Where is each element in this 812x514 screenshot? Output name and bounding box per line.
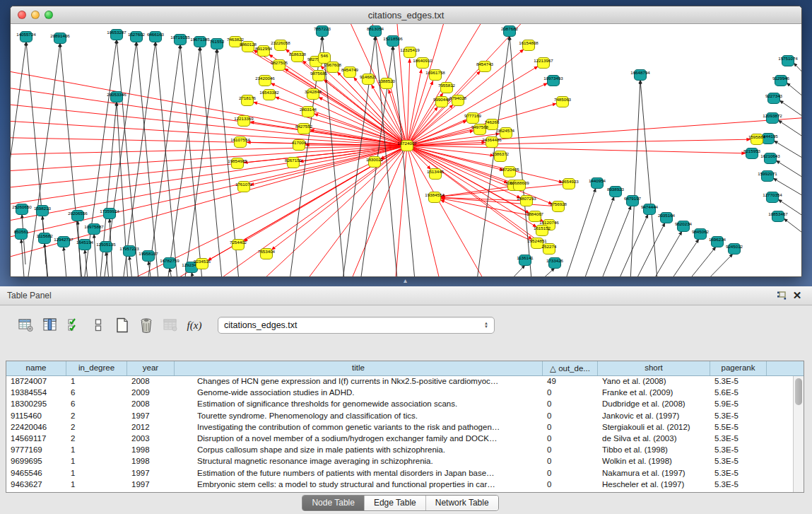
table-row[interactable]: 911546021997Tourette syndrome. Phenomeno… bbox=[6, 411, 804, 422]
close-window-icon[interactable] bbox=[18, 11, 26, 19]
select-columns-button[interactable] bbox=[64, 315, 85, 335]
graph-node[interactable]: 9474444 bbox=[641, 204, 659, 215]
graph-node[interactable]: 1136141 bbox=[517, 255, 534, 266]
citation-edge[interactable] bbox=[161, 47, 200, 276]
column-header-out_de[interactable]: △ out_de... bbox=[543, 361, 598, 375]
graph-node[interactable]: 16154808 bbox=[519, 40, 539, 51]
graph-node[interactable]: 1733426 bbox=[546, 258, 564, 269]
citation-edge[interactable] bbox=[599, 206, 631, 276]
graph-node[interactable]: 8267150 bbox=[285, 158, 302, 168]
graph-node[interactable]: 19671385 bbox=[190, 37, 210, 47]
citation-edge[interactable] bbox=[582, 197, 614, 276]
graph-node[interactable]: 1696234 bbox=[709, 237, 726, 247]
graph-node[interactable]: 8427552 bbox=[295, 124, 313, 134]
graph-node[interactable]: 252274 bbox=[542, 244, 557, 255]
network-window-titlebar[interactable]: citations_edges.txt bbox=[11, 6, 801, 24]
graph-node[interactable]: 9227343 bbox=[765, 93, 783, 104]
graph-node[interactable]: 1645194 bbox=[76, 240, 94, 250]
citation-edge[interactable] bbox=[630, 80, 640, 276]
graph-node[interactable]: 16782759 bbox=[160, 258, 180, 269]
panel-splitter-handle[interactable]: ▴ bbox=[404, 277, 407, 284]
citation-edge[interactable] bbox=[640, 80, 659, 276]
graph-node[interactable]: 6479197 bbox=[624, 196, 642, 206]
graph-node[interactable]: 16961758 bbox=[425, 70, 445, 81]
citation-edge[interactable] bbox=[393, 46, 418, 276]
table-row[interactable]: 946554611997Estimation of the future num… bbox=[6, 468, 804, 479]
table-row[interactable]: 969969511998Structural magnetic resonanc… bbox=[6, 456, 804, 467]
graph-node[interactable]: 23420046 bbox=[255, 76, 275, 86]
citation-edge[interactable] bbox=[779, 100, 801, 128]
graph-node[interactable]: 10719155 bbox=[170, 35, 190, 45]
graph-node[interactable]: 17359924 bbox=[100, 209, 119, 219]
citation-edge[interactable] bbox=[616, 214, 648, 276]
graph-node[interactable]: 7485063 bbox=[554, 97, 572, 107]
citation-edge[interactable] bbox=[700, 254, 733, 276]
graph-node[interactable]: 8912954 bbox=[255, 46, 273, 57]
graph-node[interactable]: 7857223 bbox=[314, 26, 331, 37]
citation-edge[interactable] bbox=[683, 247, 716, 276]
graph-node[interactable]: 8813054 bbox=[367, 26, 384, 37]
graph-node[interactable]: 417004 bbox=[292, 140, 307, 151]
minimize-window-icon[interactable] bbox=[31, 11, 40, 19]
graph-node[interactable]: 2718176 bbox=[239, 95, 257, 106]
merge-rows-button[interactable] bbox=[88, 315, 109, 335]
graph-node[interactable]: 2935164 bbox=[658, 213, 676, 223]
graph-node[interactable]: 1115682 bbox=[36, 233, 53, 244]
citation-edge[interactable] bbox=[776, 160, 801, 188]
network-table-selector[interactable]: citations_edges.txt ▲▼ bbox=[218, 317, 495, 334]
graph-node[interactable]: 9245012 bbox=[726, 244, 743, 255]
graph-node[interactable]: 16648794 bbox=[630, 70, 650, 81]
column-header-short[interactable]: short bbox=[598, 361, 710, 375]
citation-edge[interactable] bbox=[11, 146, 407, 208]
graph-node[interactable]: 7955812 bbox=[438, 83, 456, 93]
zoom-window-icon[interactable] bbox=[45, 11, 53, 19]
graph-node[interactable]: 10853467 bbox=[768, 211, 788, 222]
graph-node[interactable]: 8938923 bbox=[607, 187, 625, 197]
table-vertical-scrollbar[interactable] bbox=[793, 376, 804, 492]
citation-edge[interactable] bbox=[666, 239, 699, 276]
citation-edge[interactable] bbox=[534, 268, 555, 276]
network-view-window[interactable]: citations_edges.txt 18724007140557242089… bbox=[10, 6, 802, 277]
graph-node[interactable]: 19854985 bbox=[228, 158, 247, 169]
graph-node[interactable]: 16210643 bbox=[760, 153, 780, 164]
column-header-title[interactable]: title bbox=[175, 361, 543, 375]
citation-edge[interactable] bbox=[155, 42, 180, 276]
citation-edge[interactable] bbox=[778, 120, 801, 148]
citation-edge[interactable] bbox=[11, 146, 407, 264]
table-row[interactable]: 977716911998Corpus callosum shape and si… bbox=[6, 445, 804, 456]
citation-edge[interactable] bbox=[784, 218, 801, 246]
graph-node[interactable]: 761552 bbox=[210, 39, 225, 49]
graph-node[interactable]: 9129946 bbox=[772, 76, 790, 86]
graph-node[interactable]: 9234516 bbox=[194, 259, 211, 269]
citation-edge[interactable] bbox=[64, 247, 67, 276]
graph-node[interactable]: 9845062 bbox=[692, 229, 710, 240]
table-row[interactable]: 1830029562008Estimation of significance … bbox=[6, 399, 804, 410]
column-header-pagerank[interactable]: pagerank bbox=[710, 361, 767, 375]
graph-node[interactable]: 13654923 bbox=[559, 179, 579, 189]
table-row[interactable]: 1872400712008Changes of HCN gene express… bbox=[6, 376, 804, 387]
citation-edge[interactable] bbox=[504, 265, 525, 276]
citation-network-graph[interactable]: 1872400714055724208914061065328715276026… bbox=[11, 24, 801, 276]
new-table-button[interactable] bbox=[112, 315, 133, 335]
graph-node[interactable]: 9875685 bbox=[310, 71, 328, 81]
citation-edge[interactable] bbox=[649, 231, 682, 276]
graph-node[interactable]: 19958107 bbox=[139, 251, 158, 262]
graph-node[interactable]: 7254402 bbox=[230, 240, 247, 250]
graph-node[interactable]: 1527602 bbox=[128, 32, 146, 42]
graph-node[interactable]: 7386372 bbox=[492, 151, 510, 162]
citation-edge[interactable] bbox=[787, 83, 801, 110]
citation-edge[interactable] bbox=[117, 42, 155, 276]
graph-node[interactable]: 25260650 bbox=[12, 204, 32, 215]
graph-node[interactable]: 15992071 bbox=[758, 171, 777, 182]
graph-node[interactable]: 10973493 bbox=[543, 76, 563, 86]
graph-node[interactable]: 1513445 bbox=[427, 169, 445, 180]
graph-node[interactable]: 12942737 bbox=[54, 237, 73, 247]
tab-node-table[interactable]: Node Table bbox=[302, 496, 365, 510]
citation-edge[interactable] bbox=[392, 146, 407, 276]
graph-node[interactable]: 2087682 bbox=[501, 26, 519, 37]
graph-node[interactable]: 2803144 bbox=[300, 107, 317, 117]
graph-node[interactable]: 12325419 bbox=[400, 47, 420, 58]
graph-node[interactable]: 9497568 bbox=[471, 124, 489, 135]
citation-edge[interactable] bbox=[407, 139, 751, 146]
column-header-name[interactable]: name bbox=[6, 361, 66, 375]
